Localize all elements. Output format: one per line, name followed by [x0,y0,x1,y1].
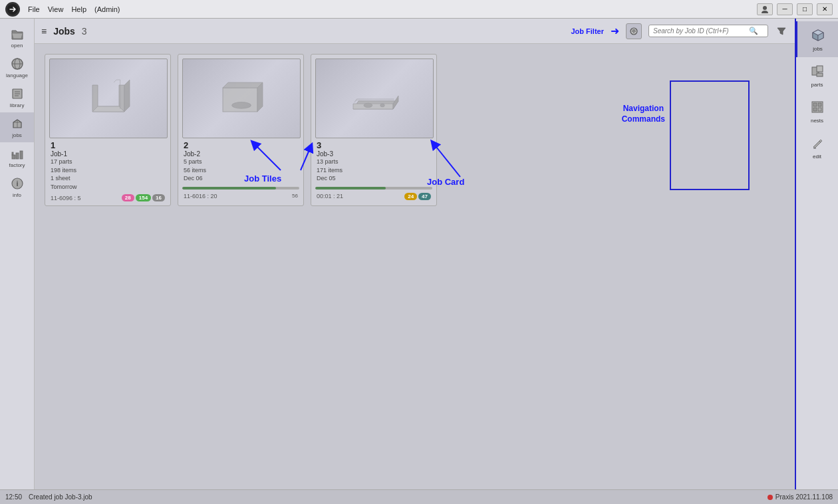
progress-bar-wrap-2 [182,187,299,189]
sidebar-label-jobs: jobs [12,132,22,138]
status-message: Created job Job-3.job [29,493,92,501]
sidebar-item-jobs[interactable]: jobs [0,112,34,142]
job-footer-3: 00:01 : 21 24 47 [315,191,432,200]
badge-pink-1: 28 [122,194,134,201]
menu-help[interactable]: Help [71,5,86,13]
job-items-2: 56 items [184,166,298,175]
job-id-2: 11-6016 : 20 [184,193,217,199]
svg-rect-10 [16,153,19,159]
app-logo [5,2,20,17]
jobs-icon [10,116,25,131]
search-box[interactable]: 🔍 [648,25,768,37]
job-items-1: 198 items [51,166,165,175]
nests-icon [809,98,826,116]
job-parts-3: 13 parts [317,158,431,166]
job-tile-1[interactable]: 1 Job-1 17 parts 198 items 1 sheet Tomor… [45,54,171,206]
right-panel-item-jobs[interactable]: jobs [796,21,838,57]
content-area: ≡ Jobs 3 Job Filter ➜ 🔍 [35,19,795,489]
jobs-area: 1 Job-1 17 parts 198 items 1 sheet Tomor… [35,44,795,489]
filter-funnel-button[interactable] [775,25,788,38]
cube-icon [809,27,827,44]
job-count: 3 [82,26,87,37]
job-thumbnail-1 [49,59,168,138]
job-tile-3[interactable]: 3 Job-3 13 parts 171 items Dec 05 [311,54,437,206]
svg-marker-20 [124,80,130,112]
sidebar-item-factory[interactable]: factory [0,142,34,172]
svg-rect-9 [12,155,15,159]
job-progress-3: 00:01 : 21 24 47 [315,187,432,200]
badge-teal-3: 47 [418,193,431,200]
menu-view[interactable]: View [48,5,64,13]
menu-admin[interactable]: (Admin) [94,5,120,13]
job-footer-2: 11-6016 : 20 56 [182,191,299,199]
job-number-3: 3 [317,140,431,150]
filter-settings-button[interactable] [626,23,642,39]
title-bar-right: ─ □ ✕ [757,3,833,15]
factory-icon [10,146,25,161]
job-filter-label: Job Filter [571,27,604,35]
jobs-row: 1 Job-1 17 parts 198 items 1 sheet Tomor… [45,54,785,206]
library-icon [10,86,25,101]
sidebar-label-language: language [6,72,28,78]
sidebar-label-library: library [10,102,25,108]
job-number-1: 1 [51,140,165,150]
job-thumbnail-3 [315,59,434,138]
svg-marker-28 [257,82,263,112]
sidebar-label-factory: factory [9,162,25,168]
job-info-2: 2 Job-2 5 parts 56 items Dec 06 [182,138,299,185]
sidebar-item-library[interactable]: library [0,82,34,112]
job-id-1: 11-6096 : 5 [51,195,81,201]
right-panel-item-nests[interactable]: nests [796,93,838,129]
svg-point-1 [763,6,767,10]
sidebar-label-info: info [13,192,21,198]
job-tile-2[interactable]: 2 Job-2 5 parts 56 items Dec 06 [178,54,304,206]
svg-marker-31 [353,104,393,109]
sidebar-item-open[interactable]: open [0,23,34,53]
maximize-button[interactable]: □ [797,3,813,15]
job-details-1: 17 parts 198 items 1 sheet Tomorrow [51,158,165,191]
status-bar: 12:50 Created job Job-3.job Praxis 2021.… [0,489,838,504]
svg-marker-21 [92,106,124,112]
edit-icon [809,134,826,152]
minimize-button[interactable]: ─ [777,3,793,15]
job-date-3: Dec 05 [317,174,431,183]
job-badges-1: 28 154 16 [122,194,165,201]
job-thumbnail-2 [182,59,301,138]
job-progress-2: 11-6016 : 20 56 [182,187,299,199]
job-footer-1: 11-6096 : 5 28 154 16 [49,193,166,201]
job-filter-arrow: ➜ [611,25,619,37]
search-input[interactable] [653,27,746,35]
svg-text:i: i [16,180,18,188]
progress-bar-fill-2 [182,187,276,189]
status-time: 12:50 [5,493,22,501]
status-version-text: Praxis 2021.11.108 [775,493,833,501]
job-date-1: Tomorrow [51,183,165,191]
svg-rect-12 [12,152,13,155]
right-panel-label-jobs: jobs [813,46,823,52]
sidebar-item-language[interactable]: language [0,53,34,82]
sidebar-item-info[interactable]: i info [0,172,34,202]
job-number-2: 2 [184,140,298,150]
search-icon[interactable]: 🔍 [749,27,758,35]
status-dot [768,495,773,500]
right-panel-label-edit: edit [813,154,821,160]
info-icon: i [10,176,25,191]
title-bar: File View Help (Admin) ─ □ ✕ [0,0,838,19]
job-sheet-1: 1 sheet [51,174,165,183]
job-id-3: 00:01 : 21 [317,193,343,199]
user-icon[interactable] [757,3,773,15]
globe-icon [10,57,25,71]
badge-green-1: 154 [136,194,151,201]
svg-rect-44 [817,66,823,72]
hamburger-menu[interactable]: ≡ [41,26,47,37]
close-button[interactable]: ✕ [817,3,833,15]
right-panel-item-edit[interactable]: edit [796,129,838,165]
job-badges-3: 24 47 [404,193,431,200]
right-panel-item-parts[interactable]: parts [796,57,838,93]
svg-rect-45 [817,73,823,76]
job-date-2: Dec 06 [184,174,298,183]
job-details-3: 13 parts 171 items Dec 05 [317,158,431,183]
badge-yellow-3: 24 [404,193,417,200]
toolbar: ≡ Jobs 3 Job Filter ➜ 🔍 [35,19,795,44]
menu-file[interactable]: File [28,5,40,13]
